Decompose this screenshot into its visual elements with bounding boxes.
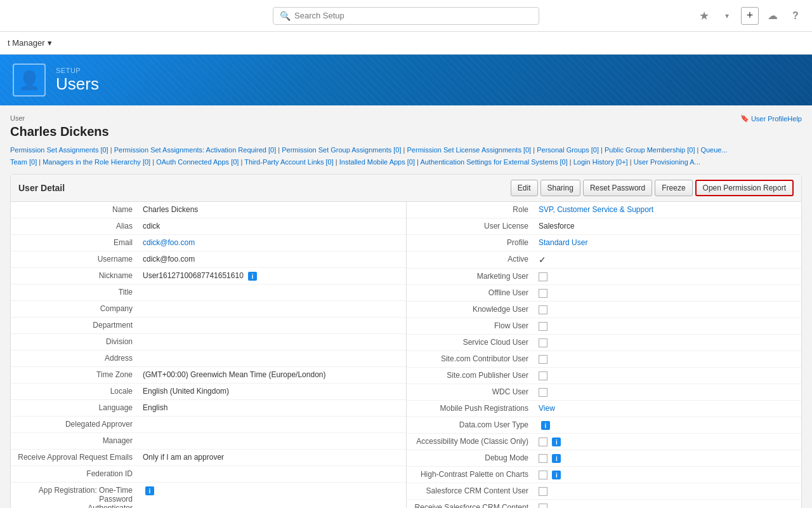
top-nav: 🔍 ★ ▾ + ☁ ? [0, 0, 812, 32]
field-label-offline-user: Offline User [407, 285, 534, 300]
crm-content-email-checkbox[interactable] [539, 504, 547, 508]
field-label-approval-emails: Receive Approval Request Emails [11, 450, 138, 465]
search-icon: 🔍 [280, 11, 291, 21]
field-label-federation-id: Federation ID [11, 466, 138, 481]
sitecom-contributor-checkbox[interactable] [539, 355, 547, 364]
field-label-email: Email [11, 235, 138, 250]
nickname-info-icon[interactable]: i [248, 272, 257, 281]
link-public-group-membership[interactable]: Public Group Membership [0] [605, 146, 695, 154]
field-value-profile: Standard User [534, 235, 801, 250]
link-permission-set-license[interactable]: Permission Set License Assignments [0] [407, 146, 532, 154]
second-nav: t Manager ▾ [0, 32, 812, 55]
datacom-info-icon[interactable]: i [541, 421, 550, 430]
link-installed-mobile-apps[interactable]: Installed Mobile Apps [0] [339, 158, 415, 166]
field-label-delegated-approver: Delegated Approver [11, 417, 138, 432]
add-icon[interactable]: + [741, 7, 759, 25]
content-area: User Charles Dickens 🔖 User ProfileHelp … [0, 105, 812, 508]
field-value-sitecom-contributor [534, 351, 801, 367]
field-value-debug-mode: i [534, 450, 801, 466]
field-label-marketing-user: Marketing User [407, 269, 534, 284]
wdc-user-checkbox[interactable] [539, 388, 547, 397]
link-queue[interactable]: Queue... [700, 146, 727, 154]
open-permission-report-button[interactable]: Open Permission Report [695, 180, 794, 196]
search-bar[interactable]: 🔍 [273, 7, 539, 25]
field-offline-user: Offline User [407, 285, 801, 302]
high-contrast-checkbox[interactable] [539, 471, 547, 479]
accessibility-mode-checkbox[interactable] [539, 438, 547, 446]
field-label-title: Title [11, 284, 138, 300]
field-label-role: Role [407, 202, 534, 217]
setup-icon: 👤 [13, 64, 46, 97]
field-value-delegated-approver [138, 417, 406, 423]
link-team[interactable]: Team [0] [10, 158, 37, 166]
search-input[interactable] [294, 11, 532, 20]
link-permission-set-group[interactable]: Permission Set Group Assignments [0] [282, 146, 401, 154]
field-label-accessibility-mode: Accessibility Mode (Classic Only) [407, 434, 534, 449]
field-label-app-reg-otp: App Registration: One-Time PasswordAuthe… [11, 483, 138, 508]
link-managers-role-hierarchy[interactable]: Managers in the Role Hierarchy [0] [43, 158, 150, 166]
service-cloud-user-checkbox[interactable] [539, 338, 547, 347]
field-alias: Alias cdick [11, 218, 406, 235]
cloud-icon[interactable]: ☁ [764, 7, 782, 25]
field-company: Company [11, 301, 406, 318]
reset-password-button[interactable]: Reset Password [583, 180, 652, 196]
favorites-dropdown[interactable]: ▾ [718, 7, 736, 25]
edit-button[interactable]: Edit [511, 180, 538, 196]
field-active: Active ✓ [407, 251, 801, 269]
offline-user-checkbox[interactable] [539, 289, 547, 298]
sharing-button[interactable]: Sharing [540, 180, 580, 196]
field-flow-user: Flow User [407, 318, 801, 335]
link-permission-set-activation[interactable]: Permission Set Assignments: Activation R… [114, 146, 277, 154]
otp-info-icon[interactable]: i [145, 486, 154, 495]
field-label-user-license: User License [407, 218, 534, 234]
marketing-user-checkbox[interactable] [539, 272, 547, 281]
field-mobile-push: Mobile Push Registrations View [407, 401, 801, 417]
mobile-push-link[interactable]: View [539, 404, 555, 413]
field-sitecom-publisher: Site.com Publisher User [407, 368, 801, 384]
field-approval-emails: Receive Approval Request Emails Only if … [11, 450, 406, 466]
field-manager: Manager [11, 433, 406, 450]
user-profile-help-link[interactable]: 🔖 User ProfileHelp [740, 114, 802, 123]
field-value-role: SVP, Customer Service & Support [534, 202, 801, 217]
field-label-language: Language [11, 400, 138, 415]
knowledge-user-checkbox[interactable] [539, 305, 547, 314]
object-manager-tab[interactable]: t Manager ▾ [8, 38, 52, 48]
link-login-history[interactable]: Login History [0+] [573, 158, 628, 166]
sitecom-publisher-checkbox[interactable] [539, 371, 547, 380]
users-icon: 👤 [18, 70, 41, 91]
high-contrast-info-icon[interactable]: i [552, 471, 561, 479]
role-link[interactable]: SVP, Customer Service & Support [539, 205, 653, 214]
field-knowledge-user: Knowledge User [407, 302, 801, 318]
link-personal-groups[interactable]: Personal Groups [0] [537, 146, 599, 154]
field-value-sitecom-publisher [534, 368, 801, 384]
debug-mode-checkbox[interactable] [539, 454, 547, 463]
field-label-mobile-push: Mobile Push Registrations [407, 401, 534, 416]
user-name-heading: Charles Dickens [10, 124, 109, 139]
crm-content-user-checkbox[interactable] [539, 487, 547, 496]
field-value-accessibility-mode: i [534, 434, 801, 450]
freeze-button[interactable]: Freeze [655, 180, 692, 196]
field-name: Name Charles Dickens [11, 202, 406, 218]
field-high-contrast: High-Contrast Palette on Charts i [407, 467, 801, 483]
link-oauth-connected-apps[interactable]: OAuth Connected Apps [0] [156, 158, 239, 166]
flow-user-checkbox[interactable] [539, 322, 547, 331]
link-auth-settings[interactable]: Authentication Settings for External Sys… [420, 158, 567, 166]
field-value-active: ✓ [534, 251, 801, 268]
help-icon[interactable]: ? [787, 7, 804, 25]
accessibility-mode-info-icon[interactable]: i [552, 438, 561, 446]
field-label-manager: Manager [11, 433, 138, 448]
field-locale: Locale English (United Kingdom) [11, 384, 406, 400]
link-permission-set-assignments[interactable]: Permission Set Assignments [0] [10, 146, 108, 154]
link-user-provisioning[interactable]: User Provisioning A... [634, 158, 700, 166]
field-value-approval-emails: Only if I am an approver [138, 450, 406, 465]
field-role: Role SVP, Customer Service & Support [407, 202, 801, 218]
email-link[interactable]: cdick@foo.com [143, 238, 195, 247]
setup-header: 👤 SETUP Users [0, 55, 812, 105]
debug-mode-info-icon[interactable]: i [552, 454, 561, 463]
field-label-company: Company [11, 301, 138, 316]
favorites-icon[interactable]: ★ [695, 7, 713, 25]
link-third-party-account-links[interactable]: Third-Party Account Links [0] [244, 158, 334, 166]
field-label-timezone: Time Zone [11, 367, 138, 382]
profile-link[interactable]: Standard User [539, 238, 587, 247]
field-value-knowledge-user [534, 302, 801, 318]
